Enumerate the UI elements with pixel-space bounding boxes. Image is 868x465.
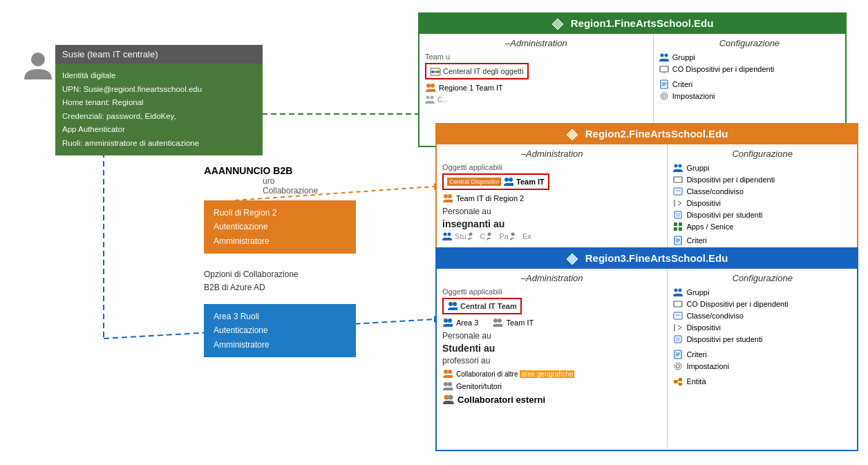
region2-admin: –Administration Oggetti applicabili Cent… [437, 144, 668, 261]
svg-point-37 [674, 164, 678, 168]
svg-point-64 [444, 370, 448, 374]
r2-dispositivi: Dispositivi per i dipendenti [673, 175, 851, 184]
region1-team-label2: Regione 1 Team IT [439, 84, 503, 92]
region2-personale: Personale au [442, 207, 661, 216]
svg-point-26 [661, 93, 668, 99]
region2-highlight-label: Team IT [516, 178, 545, 186]
region3-panel: Region3.FineArtsSchool.Edu –Administrati… [435, 247, 858, 451]
svg-rect-72 [674, 301, 682, 307]
region3-highlight-box: Central IT Team [442, 298, 522, 314]
svg-point-7 [31, 53, 45, 66]
svg-point-32 [444, 233, 447, 236]
svg-point-14 [431, 84, 435, 88]
region3-admin-title: –Administration [442, 273, 661, 283]
r3-classe: Classe/condiviso [673, 311, 851, 321]
region3-applicable: Oggetti applicabili [442, 287, 661, 296]
svg-point-11 [434, 70, 437, 73]
region2-role-line3: Amministratore [214, 234, 346, 248]
announce-area: AAANNUNCIO B2B [204, 164, 292, 176]
region3-esterni: Collaboratori esterni [442, 393, 661, 406]
svg-point-66 [444, 382, 448, 386]
svg-point-25 [662, 95, 666, 98]
svg-rect-73 [674, 312, 682, 319]
region2-roles-box: Ruoli di Region 2 Autenticazione Amminis… [204, 200, 356, 254]
credentials-label: Credenziali: password, EidoKey, [62, 110, 256, 124]
identity-label: Identità digitale [62, 69, 256, 83]
region3-role-line1: Area 3 Ruoli [214, 310, 346, 323]
announce-label: A [204, 164, 211, 176]
region1-gruppi: Gruppi [659, 53, 840, 62]
svg-point-16 [431, 96, 434, 99]
r3-gruppi: Gruppi [673, 287, 851, 297]
region2-role-line1: Ruoli di Region 2 [214, 206, 346, 220]
region1-group-row: C... [425, 95, 648, 104]
region1-impostazioni: Impostazioni [659, 91, 840, 101]
svg-point-30 [444, 194, 448, 198]
user-info-box: Susie (team IT centrale) Identità digita… [55, 45, 263, 155]
svg-point-65 [448, 370, 452, 374]
svg-rect-19 [660, 66, 668, 72]
region1-config-title: Configurazione [659, 38, 840, 48]
region3-roles-box: Area 3 Ruoli Autenticazione Amministrato… [204, 304, 356, 357]
region3-admin: –Administration Oggetti applicabili Cent… [437, 269, 668, 448]
home-tenant-label: Home tenant: Regional [62, 96, 256, 110]
svg-marker-8 [552, 19, 563, 30]
svg-point-18 [664, 54, 668, 57]
region3-config: Configurazione Gruppi CO Dispositivi per… [668, 269, 857, 448]
svg-point-84 [677, 365, 680, 368]
svg-line-76 [678, 325, 681, 328]
svg-rect-40 [674, 188, 682, 195]
region1-criteri: Criteri [659, 79, 840, 89]
region1-team-it: Regione 1 Team IT [425, 82, 648, 93]
region2-applicable: Oggetti applicabili [442, 163, 661, 171]
svg-rect-39 [674, 177, 682, 182]
region3-role-line3: Amministratore [214, 338, 346, 352]
region2-list: Stu C Pa Ex [442, 231, 661, 243]
svg-point-58 [449, 302, 453, 306]
app-auth-label: App Authenticator [62, 123, 256, 137]
region2-role-line2: Autenticazione [214, 220, 346, 234]
svg-point-71 [679, 289, 682, 292]
svg-point-29 [509, 178, 513, 182]
svg-point-31 [448, 194, 452, 198]
region1-team-label: Team u [425, 53, 648, 61]
region3-collab-altre: Collaboratori di altre aree geografiche [442, 368, 661, 379]
region1-header: Region1.FineArtsSchool.Edu [419, 14, 845, 34]
r3-dispositivi: CO Dispositivi per i dipendenti [673, 299, 851, 309]
svg-point-62 [493, 319, 498, 323]
svg-point-70 [674, 289, 678, 292]
svg-point-35 [488, 233, 491, 236]
person-avatar [21, 48, 55, 85]
svg-rect-46 [676, 213, 680, 217]
region2-team2: Team IT di Region 2 [442, 193, 661, 204]
region3-b2b-label: Opzioni di Collaborazione B2B di Azure A… [204, 268, 299, 294]
region3-config-title: Configurazione [673, 273, 851, 283]
r2-classe: Classe/condiviso [673, 187, 851, 196]
svg-point-68 [444, 395, 449, 400]
r3-studenti-dev: Dispositivi per studenti [673, 334, 851, 344]
r3-criteri: Criteri [673, 350, 851, 359]
region3-studenti: Studenti au [442, 343, 661, 354]
r3-dispositivi2: Dispositivi [673, 323, 851, 332]
region3-professori: professori au [442, 356, 661, 366]
svg-point-12 [437, 70, 440, 73]
svg-point-63 [498, 319, 502, 323]
region2-config: Configurazione Gruppi Dispositivi per i … [668, 144, 857, 261]
r3-impostazioni: Impostazioni [673, 361, 851, 371]
region3-genitori: Genitori/tutori [442, 381, 661, 392]
svg-point-33 [448, 233, 451, 236]
svg-rect-49 [674, 227, 677, 231]
r2-apps: Apps / Senice [673, 222, 851, 231]
region2-highlight-box: Central Dispositivi Team IT [442, 173, 549, 190]
svg-rect-87 [679, 378, 682, 381]
svg-line-44 [678, 203, 681, 205]
svg-point-38 [679, 164, 682, 168]
svg-line-77 [678, 328, 681, 330]
svg-rect-79 [676, 337, 680, 341]
svg-point-61 [448, 319, 452, 323]
svg-line-43 [678, 201, 681, 203]
svg-point-85 [674, 363, 681, 370]
r2-dispositivi2: Dispositivi [673, 198, 851, 208]
svg-line-89 [677, 379, 679, 381]
upn-label: UPN: Susie@regionl.fineartsschool.edu [62, 83, 256, 97]
